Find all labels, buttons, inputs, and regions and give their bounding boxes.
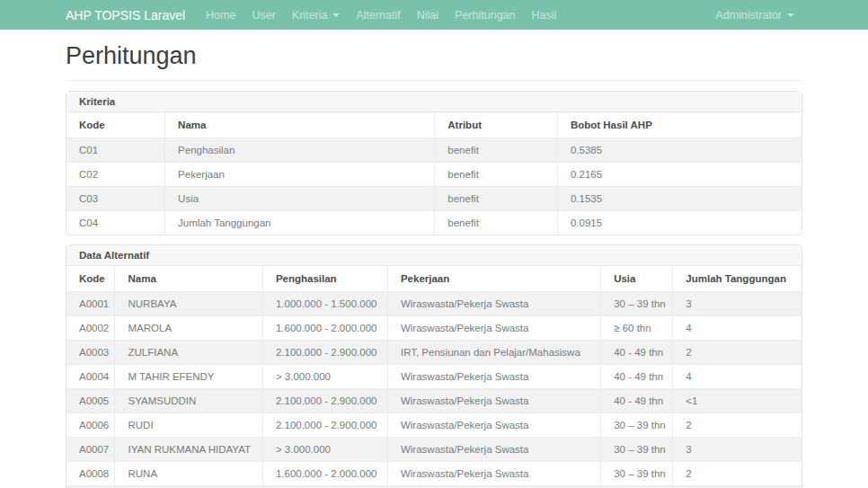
nav-menu: Home User Kriteria Alternatif Nilai Perh…	[198, 9, 707, 22]
page-title: Perhitungan	[66, 42, 802, 70]
table-cell: Jumlah Tanggungan	[165, 211, 435, 235]
nav-item-label: Kriteria	[292, 9, 328, 22]
table-row: A0001NURBAYA1.000.000 - 1.500.000Wiraswa…	[66, 292, 802, 316]
table-row: C04Jumlah Tanggunganbenefit0.0915	[66, 211, 802, 235]
nav-item-hasil[interactable]: Hasil	[524, 9, 565, 22]
table-cell: 3	[673, 292, 802, 316]
table-cell: 40 - 49 thn	[601, 365, 673, 389]
column-header-pekerjaan: Pekerjaan	[387, 266, 600, 292]
table-cell: RUNA	[115, 462, 262, 486]
table-cell: benefit	[435, 187, 558, 211]
table-cell: C04	[66, 211, 165, 235]
table-cell: > 3.000.000	[262, 438, 387, 462]
column-header-nama: Nama	[165, 112, 435, 138]
table-row: A0003ZULFIANA2.100.000 - 2.900.000IRT, P…	[66, 341, 802, 365]
table-cell: > 3.000.000	[262, 365, 387, 389]
table-cell: <1	[673, 389, 802, 413]
table-cell: 2.100.000 - 2.900.000	[262, 341, 387, 365]
alternatif-card: Data Alternatif Kode Nama Penghasilan Pe…	[66, 244, 802, 488]
nav-item-label: User	[252, 9, 275, 22]
table-cell: 2	[673, 341, 802, 365]
alternatif-card-header: Data Alternatif	[66, 245, 802, 266]
table-cell: A0007	[66, 438, 115, 462]
nav-item-label: Home	[206, 9, 235, 22]
table-cell: Wiraswasta/Pekerja Swasta	[387, 292, 600, 316]
table-cell: 2.100.000 - 2.900.000	[262, 413, 387, 438]
table-cell: NURBAYA	[115, 292, 262, 316]
nav-item-label: Nilai	[417, 9, 438, 22]
main-content: Perhitungan Kriteria Kode Nama Atribut B…	[66, 42, 802, 488]
caret-down-icon	[787, 13, 794, 17]
table-cell: 4	[673, 316, 802, 341]
table-cell: 0.1535	[557, 187, 802, 211]
table-cell: 2	[673, 462, 802, 486]
column-header-jumlah-tanggungan: Jumlah Tanggungan	[673, 266, 802, 292]
table-cell: 40 - 49 thn	[601, 389, 673, 413]
table-row: A0004M TAHIR EFENDY> 3.000.000Wiraswasta…	[66, 365, 802, 389]
table-cell: C01	[66, 138, 165, 163]
column-header-atribut: Atribut	[435, 112, 558, 138]
table-cell: 4	[673, 365, 802, 389]
table-cell: 0.2165	[557, 163, 802, 187]
table-cell: 0.0915	[557, 211, 802, 235]
table-cell: 1.600.000 - 2.000.000	[262, 462, 387, 486]
user-menu-administrator[interactable]: Administrator	[707, 9, 802, 22]
table-row: A0002MAROLA1.600.000 - 2.000.000Wiraswas…	[66, 316, 802, 341]
nav-item-nilai[interactable]: Nilai	[409, 9, 447, 22]
table-row: A0007IYAN RUKMANA HIDAYAT> 3.000.000Wira…	[66, 438, 802, 462]
table-cell: 30 – 39 thn	[601, 462, 673, 486]
column-header-kode: Kode	[66, 266, 115, 292]
user-menu-label: Administrator	[715, 9, 782, 22]
table-cell: Penghasilan	[165, 138, 435, 163]
nav-item-user[interactable]: User	[244, 9, 283, 22]
column-header-kode: Kode	[66, 112, 165, 138]
table-cell: Wiraswasta/Pekerja Swasta	[387, 389, 600, 413]
table-cell: Wiraswasta/Pekerja Swasta	[387, 316, 600, 341]
column-header-bobot: Bobot Hasil AHP	[557, 112, 802, 138]
table-cell: ≥ 60 thn	[601, 316, 673, 341]
table-cell: Wiraswasta/Pekerja Swasta	[387, 438, 600, 462]
top-navbar: AHP TOPSIS Laravel Home User Kriteria Al…	[0, 0, 868, 30]
table-cell: 40 - 49 thn	[601, 341, 673, 365]
table-cell: 30 – 39 thn	[601, 438, 673, 462]
table-cell: benefit	[435, 163, 558, 187]
table-cell: 30 – 39 thn	[601, 292, 673, 316]
table-cell: 1.600.000 - 2.000.000	[262, 316, 387, 341]
table-cell: A0005	[66, 389, 115, 413]
table-cell: RUDI	[115, 413, 262, 438]
table-cell: MAROLA	[115, 316, 262, 341]
table-cell: A0008	[66, 462, 115, 486]
table-row: C02Pekerjaanbenefit0.2165	[66, 163, 802, 187]
table-cell: Wiraswasta/Pekerja Swasta	[387, 365, 600, 389]
table-cell: Wiraswasta/Pekerja Swasta	[387, 413, 600, 438]
kriteria-card: Kriteria Kode Nama Atribut Bobot Hasil A…	[66, 91, 802, 235]
table-cell: 2.100.000 - 2.900.000	[262, 389, 387, 413]
table-cell: M TAHIR EFENDY	[115, 365, 262, 389]
table-cell: Usia	[165, 187, 435, 211]
nav-item-alternatif[interactable]: Alternatif	[348, 9, 408, 22]
table-header-row: Kode Nama Penghasilan Pekerjaan Usia Jum…	[66, 266, 802, 292]
table-cell: 30 – 39 thn	[601, 413, 673, 438]
alternatif-table: Kode Nama Penghasilan Pekerjaan Usia Jum…	[66, 266, 802, 488]
table-cell: C03	[66, 187, 165, 211]
table-cell: Wiraswasta/Pekerja Swasta	[387, 462, 600, 486]
column-header-nama: Nama	[115, 266, 262, 292]
nav-item-kriteria-dropdown[interactable]: Kriteria	[284, 9, 349, 22]
table-row: A0005SYAMSUDDIN2.100.000 - 2.900.000Wira…	[66, 389, 802, 413]
kriteria-table: Kode Nama Atribut Bobot Hasil AHP C01Pen…	[66, 112, 802, 235]
table-cell: benefit	[435, 138, 558, 163]
table-cell: SYAMSUDDIN	[115, 389, 262, 413]
table-cell: 2	[673, 413, 802, 438]
table-cell: 1.000.000 - 1.500.000	[262, 292, 387, 316]
nav-item-label: Hasil	[532, 9, 557, 22]
table-cell: A0002	[66, 316, 115, 341]
table-cell: C02	[66, 163, 165, 187]
kriteria-card-header: Kriteria	[66, 92, 802, 112]
brand-link[interactable]: AHP TOPSIS Laravel	[66, 8, 185, 22]
table-row: A0006RUDI2.100.000 - 2.900.000Wiraswasta…	[66, 413, 802, 438]
table-cell: A0004	[66, 365, 115, 389]
table-cell: A0001	[66, 292, 115, 316]
nav-item-home[interactable]: Home	[198, 9, 244, 22]
nav-item-perhitungan[interactable]: Perhitungan	[447, 9, 523, 22]
table-header-row: Kode Nama Atribut Bobot Hasil AHP	[66, 112, 802, 138]
